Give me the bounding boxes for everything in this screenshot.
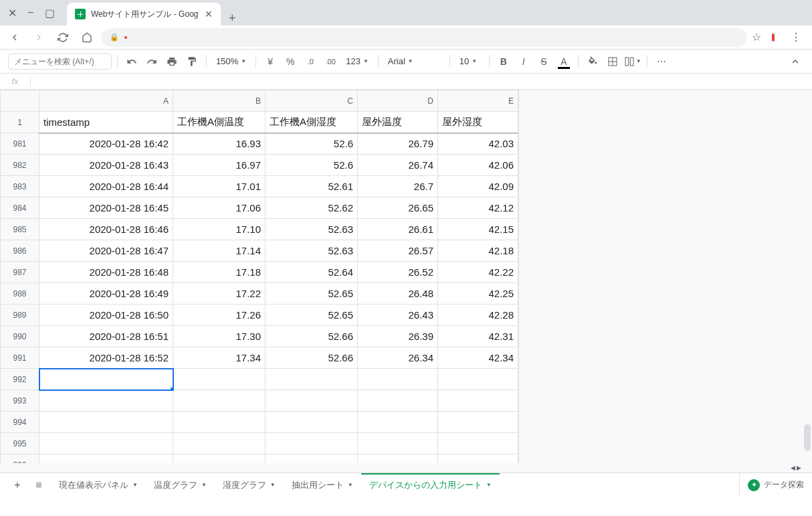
data-cell[interactable]: 42.28 [438, 305, 518, 326]
horizontal-scrollbar[interactable] [0, 463, 803, 472]
data-cell[interactable]: 42.06 [438, 155, 518, 176]
empty-cell[interactable] [266, 412, 358, 433]
data-cell[interactable]: 16.97 [173, 155, 266, 176]
header-cell[interactable]: 屋外湿度 [438, 112, 518, 133]
data-cell[interactable]: 52.66 [266, 326, 358, 347]
data-cell[interactable]: 16.93 [173, 133, 266, 155]
empty-cell[interactable] [39, 390, 173, 412]
row-header[interactable]: 1 [1, 112, 39, 133]
row-header[interactable]: 985 [1, 219, 39, 240]
empty-cell[interactable] [438, 390, 518, 412]
data-cell[interactable]: 2020-01-28 16:52 [39, 347, 173, 369]
sheet-tab[interactable]: 温度グラフ▼ [146, 473, 215, 497]
undo-button[interactable] [123, 53, 140, 70]
empty-cell[interactable] [39, 369, 173, 390]
row-header[interactable]: 989 [1, 305, 39, 326]
data-cell[interactable]: 52.62 [266, 197, 358, 219]
data-cell[interactable]: 42.03 [438, 133, 518, 155]
data-cell[interactable]: 2020-01-28 16:48 [39, 262, 173, 283]
data-cell[interactable]: 26.79 [358, 133, 438, 155]
print-button[interactable] [163, 53, 181, 70]
data-cell[interactable]: 52.64 [266, 262, 358, 283]
select-all-cell[interactable] [1, 90, 39, 112]
notification-indicator-icon[interactable] [772, 33, 775, 41]
data-cell[interactable]: 26.65 [358, 197, 438, 219]
empty-cell[interactable] [39, 412, 173, 433]
sheet-tab[interactable]: 現在値表示パネル▼ [51, 473, 146, 497]
fill-color-button[interactable] [584, 53, 601, 70]
data-cell[interactable]: 17.14 [173, 240, 266, 262]
paint-format-button[interactable] [183, 53, 201, 70]
new-tab-button[interactable]: + [221, 11, 244, 25]
window-minimize-icon[interactable]: − [27, 9, 35, 17]
empty-cell[interactable] [358, 369, 438, 390]
url-input[interactable]: 🔒 [102, 28, 746, 47]
empty-cell[interactable] [266, 433, 358, 454]
explore-button[interactable]: ✦ データ探索 [739, 473, 804, 497]
redo-button[interactable] [143, 53, 161, 70]
row-header[interactable]: 986 [1, 240, 39, 262]
data-cell[interactable]: 52.65 [266, 283, 358, 305]
empty-cell[interactable] [39, 433, 173, 454]
bold-button[interactable]: B [495, 53, 512, 70]
data-cell[interactable]: 52.66 [266, 347, 358, 369]
data-cell[interactable]: 26.48 [358, 283, 438, 305]
header-cell[interactable]: timestamp [39, 112, 173, 133]
data-cell[interactable]: 26.57 [358, 240, 438, 262]
header-cell[interactable]: 工作機A側湿度 [266, 112, 358, 133]
scroll-arrows[interactable]: ◀▶ [789, 463, 803, 472]
data-cell[interactable]: 17.10 [173, 219, 266, 240]
data-cell[interactable]: 2020-01-28 16:44 [39, 176, 173, 197]
browser-tab[interactable]: Webサイト用サンプル - Goog ✕ [67, 3, 221, 25]
empty-cell[interactable] [358, 390, 438, 412]
bookmark-star-icon[interactable]: ☆ [752, 31, 761, 44]
tab-close-icon[interactable]: ✕ [205, 9, 213, 19]
data-cell[interactable]: 26.61 [358, 219, 438, 240]
data-cell[interactable]: 52.65 [266, 305, 358, 326]
forward-button[interactable] [29, 28, 48, 47]
data-cell[interactable]: 26.52 [358, 262, 438, 283]
header-cell[interactable]: 屋外温度 [358, 112, 438, 133]
home-button[interactable] [78, 28, 96, 47]
italic-button[interactable]: I [515, 53, 532, 70]
data-cell[interactable]: 42.31 [438, 326, 518, 347]
data-cell[interactable]: 26.74 [358, 155, 438, 176]
empty-cell[interactable] [266, 390, 358, 412]
data-cell[interactable]: 17.22 [173, 283, 266, 305]
row-header[interactable]: 992 [1, 369, 39, 390]
vertical-scrollbar[interactable] [803, 90, 812, 459]
data-cell[interactable]: 42.25 [438, 283, 518, 305]
back-button[interactable] [5, 28, 24, 47]
column-header[interactable]: D [358, 90, 438, 112]
row-header[interactable]: 984 [1, 197, 39, 219]
window-close-icon[interactable]: ✕ [8, 9, 16, 17]
data-cell[interactable]: 2020-01-28 16:43 [39, 155, 173, 176]
data-cell[interactable]: 42.12 [438, 197, 518, 219]
text-color-button[interactable]: A [555, 53, 573, 70]
window-maximize-icon[interactable]: ▢ [45, 9, 54, 17]
data-cell[interactable]: 26.7 [358, 176, 438, 197]
data-cell[interactable]: 42.18 [438, 240, 518, 262]
column-header[interactable]: E [438, 90, 518, 112]
data-cell[interactable]: 17.30 [173, 326, 266, 347]
data-cell[interactable]: 42.22 [438, 262, 518, 283]
sheet-tab[interactable]: 湿度グラフ▼ [215, 473, 284, 497]
data-cell[interactable]: 2020-01-28 16:45 [39, 197, 173, 219]
menu-search-input[interactable] [8, 54, 112, 70]
merge-cells-button[interactable]: ▼ [624, 53, 641, 70]
formula-input[interactable] [31, 74, 812, 89]
empty-cell[interactable] [438, 433, 518, 454]
row-header[interactable]: 993 [1, 390, 39, 412]
data-cell[interactable]: 17.06 [173, 197, 266, 219]
currency-yen-button[interactable]: ¥ [262, 53, 279, 70]
data-cell[interactable]: 17.34 [173, 347, 266, 369]
data-cell[interactable]: 42.09 [438, 176, 518, 197]
data-cell[interactable]: 52.63 [266, 219, 358, 240]
data-cell[interactable]: 52.6 [266, 155, 358, 176]
increase-decimal-button[interactable]: .00 [322, 53, 339, 70]
data-cell[interactable]: 42.15 [438, 219, 518, 240]
font-size-dropdown[interactable]: 10▼ [455, 56, 484, 66]
decrease-decimal-button[interactable]: .0 [302, 53, 319, 70]
empty-cell[interactable] [266, 369, 358, 390]
data-cell[interactable]: 2020-01-28 16:46 [39, 219, 173, 240]
